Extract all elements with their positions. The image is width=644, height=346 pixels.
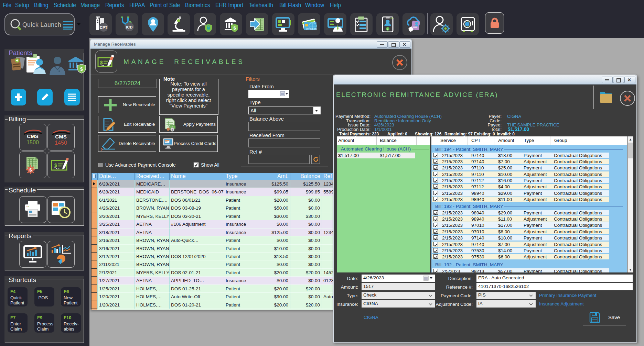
svg-text:$: $ [100,60,103,65]
svg-text:ICD: ICD [126,25,132,29]
svg-text:$: $ [29,167,32,172]
svg-text:$: $ [54,163,57,168]
svg-text:1450: 1450 [55,140,67,146]
svg-text:$: $ [80,66,83,72]
svg-text:CMS: CMS [55,134,66,139]
svg-text:CPT: CPT [100,25,107,30]
svg-text:1234 5678 9012: 1234 5678 9012 [306,28,317,30]
svg-text:$: $ [172,129,173,132]
svg-text:1500: 1500 [26,139,39,145]
svg-text:CMS: CMS [27,133,38,139]
svg-text:$: $ [233,25,236,31]
